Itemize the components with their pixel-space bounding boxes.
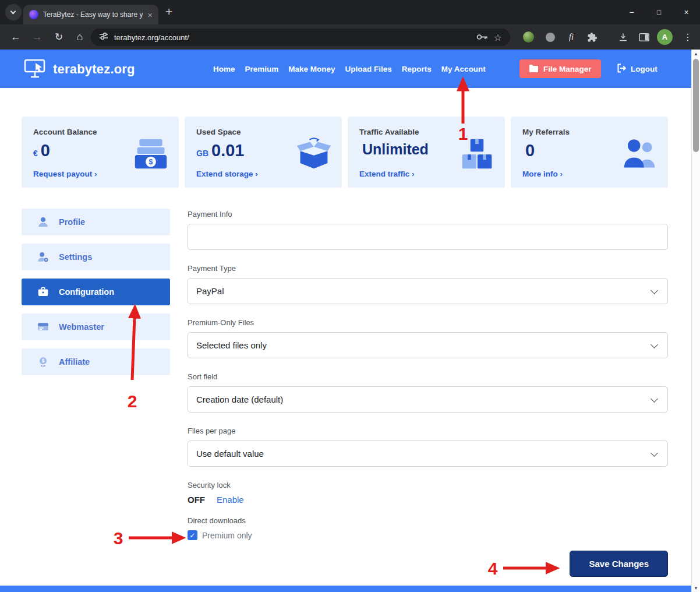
logo-text: terabytez.org bbox=[53, 62, 135, 77]
card-icon bbox=[37, 320, 50, 333]
configuration-form: Payment Info Payment Type PayPal Premium… bbox=[188, 210, 668, 577]
tab-close-icon[interactable] bbox=[147, 10, 153, 19]
sidebar-item-settings[interactable]: Settings bbox=[22, 244, 170, 270]
file-manager-label: File Manager bbox=[543, 65, 592, 73]
direct-downloads-label: Direct downloads bbox=[188, 516, 668, 525]
sort-field-select[interactable]: Creation date (default) bbox=[188, 386, 668, 413]
window-controls bbox=[618, 0, 700, 24]
extension-globe-icon[interactable] bbox=[519, 24, 537, 50]
svg-text:$: $ bbox=[149, 158, 153, 166]
request-payout-link[interactable]: Request payout bbox=[33, 170, 97, 178]
browser-titlebar: TeraBytez - Easy way to share y bbox=[0, 0, 700, 24]
folder-icon bbox=[529, 64, 538, 74]
open-box-icon bbox=[296, 138, 331, 170]
save-changes-button[interactable]: Save Changes bbox=[570, 551, 668, 577]
menu-dots-icon[interactable] bbox=[678, 24, 698, 50]
tab-search-button[interactable] bbox=[5, 4, 22, 20]
nav-item-upload-files[interactable]: Upload Files bbox=[345, 65, 392, 73]
security-lock-enable-link[interactable]: Enable bbox=[217, 495, 244, 505]
sidebar-item-label: Webmaster bbox=[59, 322, 104, 332]
bookmark-star-icon[interactable] bbox=[494, 32, 502, 43]
files-per-page-select[interactable]: Use default value bbox=[188, 441, 668, 467]
side-panel-icon[interactable] bbox=[634, 24, 654, 50]
card-title: My Referrals bbox=[522, 128, 570, 136]
card-title: Traffic Available bbox=[359, 128, 419, 136]
forward-button[interactable] bbox=[27, 24, 47, 50]
page-scrollbar[interactable] bbox=[691, 50, 700, 592]
browser-tab[interactable]: TeraBytez - Easy way to share y bbox=[23, 5, 158, 24]
nav-item-reports[interactable]: Reports bbox=[402, 65, 432, 73]
payment-info-input[interactable] bbox=[188, 224, 668, 250]
extension-circle-icon[interactable] bbox=[542, 24, 559, 50]
used-space-value: 0.01 bbox=[211, 142, 244, 159]
premium-only-checkbox[interactable] bbox=[188, 530, 197, 540]
tab-title: TeraBytez - Easy way to share y bbox=[43, 10, 143, 19]
card-used-space: Used Space GB 0.01 Extend storage bbox=[185, 117, 342, 188]
selected-value: Creation date (default) bbox=[196, 394, 283, 404]
extend-storage-link[interactable]: Extend storage bbox=[196, 170, 258, 178]
sidebar-item-label: Affiliate bbox=[59, 357, 90, 367]
sidebar-item-label: Configuration bbox=[59, 287, 114, 297]
card-title: Used Space bbox=[196, 128, 241, 136]
briefcase-icon bbox=[37, 286, 50, 298]
extensions-puzzle-icon[interactable] bbox=[584, 24, 601, 50]
card-account-balance: Account Balance € 0 Request payout $ bbox=[22, 117, 179, 188]
svg-text:$: $ bbox=[42, 358, 45, 364]
payment-type-select[interactable]: PayPal bbox=[188, 278, 668, 304]
unit-prefix: GB bbox=[196, 149, 208, 158]
password-key-icon[interactable] bbox=[476, 32, 488, 43]
nav-item-my-account[interactable]: My Account bbox=[441, 65, 486, 73]
avatar-letter: A bbox=[662, 33, 667, 41]
selected-value: PayPal bbox=[196, 286, 224, 296]
scrollbar-up-arrow-icon[interactable] bbox=[692, 51, 700, 57]
url-text: terabytez.org/account/ bbox=[114, 33, 471, 42]
nav-item-premium[interactable]: Premium bbox=[245, 65, 279, 73]
logout-label: Logout bbox=[631, 65, 657, 73]
scrollbar-down-arrow-icon[interactable] bbox=[692, 585, 700, 591]
site-header: terabytez.org Home Premium Make Money Up… bbox=[0, 50, 691, 88]
stats-cards: Account Balance € 0 Request payout $ Use… bbox=[22, 117, 668, 188]
currency-prefix: € bbox=[33, 149, 38, 158]
file-manager-button[interactable]: File Manager bbox=[519, 59, 601, 78]
card-value: GB 0.01 bbox=[196, 142, 244, 159]
money-box-icon: $ bbox=[133, 138, 168, 170]
home-button[interactable] bbox=[70, 24, 90, 50]
profile-avatar[interactable]: A bbox=[657, 29, 673, 45]
premium-only-checkbox-label: Premium only bbox=[202, 531, 252, 540]
user-icon bbox=[37, 216, 50, 228]
downloads-icon[interactable] bbox=[613, 24, 633, 50]
payment-type-label: Payment Type bbox=[188, 264, 668, 273]
main-nav: Home Premium Make Money Upload Files Rep… bbox=[213, 50, 486, 88]
site-settings-icon[interactable] bbox=[99, 31, 108, 43]
premium-only-files-select[interactable]: Selected files only bbox=[188, 332, 668, 358]
sidebar-item-affiliate[interactable]: $ Affiliate bbox=[22, 348, 170, 375]
sidebar-item-profile[interactable]: Profile bbox=[22, 209, 170, 235]
payment-info-label: Payment Info bbox=[188, 210, 668, 219]
reload-button[interactable] bbox=[49, 24, 69, 50]
security-lock-label: Security lock bbox=[188, 481, 668, 489]
nav-item-make-money[interactable]: Make Money bbox=[288, 65, 335, 73]
extend-traffic-link[interactable]: Extend traffic bbox=[359, 170, 415, 178]
card-value: Unlimited bbox=[359, 142, 429, 157]
window-maximize-button[interactable] bbox=[645, 0, 673, 24]
extension-fi-icon[interactable] bbox=[563, 24, 580, 50]
back-button[interactable] bbox=[6, 24, 26, 50]
site-logo[interactable]: terabytez.org bbox=[23, 58, 135, 81]
nav-item-home[interactable]: Home bbox=[213, 65, 235, 73]
window-close-button[interactable] bbox=[673, 0, 700, 24]
card-value: 0 bbox=[522, 142, 535, 159]
window-minimize-button[interactable] bbox=[618, 0, 645, 24]
new-tab-button[interactable] bbox=[165, 5, 172, 19]
sidebar-item-configuration[interactable]: Configuration bbox=[22, 279, 170, 305]
balance-value: 0 bbox=[41, 142, 50, 159]
card-traffic-available: Traffic Available Unlimited Extend traff… bbox=[348, 117, 505, 188]
site-favicon-icon bbox=[29, 10, 38, 19]
referrals-value: 0 bbox=[525, 142, 535, 159]
more-info-link[interactable]: More info bbox=[522, 170, 563, 178]
logout-button[interactable]: Logout bbox=[616, 50, 657, 88]
sidebar-item-label: Settings bbox=[59, 252, 92, 262]
sidebar-item-webmaster[interactable]: Webmaster bbox=[22, 313, 170, 340]
address-bar[interactable]: terabytez.org/account/ bbox=[91, 29, 510, 46]
scrollbar-thumb[interactable] bbox=[693, 59, 699, 152]
selected-value: Use default value bbox=[196, 449, 264, 459]
